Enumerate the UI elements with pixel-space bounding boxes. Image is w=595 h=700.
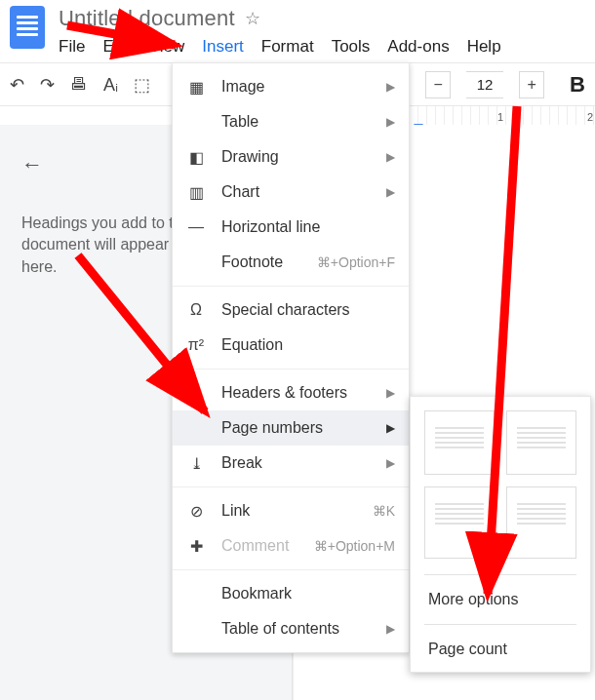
insert-image[interactable]: ▦Image▶ [173,69,409,104]
page-number-preset-header-right-skip[interactable] [506,410,576,475]
chevron-right-icon: ▶ [386,622,395,636]
print-icon[interactable]: 🖶 [70,74,88,95]
shortcut-label: ⌘+Option+M [314,538,395,554]
insert-hr[interactable]: —Horizontal line [173,210,409,245]
menu-file[interactable]: File [59,37,85,57]
image-icon: ▦ [186,78,206,97]
insert-chart[interactable]: ▥Chart▶ [173,175,409,210]
chevron-right-icon: ▶ [386,386,395,400]
page-numbers-more-options[interactable]: More options [411,577,590,622]
menu-edit[interactable]: Edit [102,37,131,57]
insert-bookmark[interactable]: Bookmark [173,576,409,611]
ruler-mark-1: 1 [497,111,503,123]
insert-drawing[interactable]: ◧Drawing▶ [173,139,409,175]
insert-special-chars[interactable]: ΩSpecial characters [173,292,409,328]
page-numbers-submenu: More options Page count [410,396,591,673]
shortcut-label: ⌘K [373,503,395,519]
omega-icon: Ω [186,301,206,319]
menu-format[interactable]: Format [261,37,314,57]
insert-menu: ▦Image▶ Table▶ ◧Drawing▶ ▥Chart▶ —Horizo… [172,62,410,653]
font-size-increase[interactable]: + [519,71,544,98]
star-icon[interactable]: ☆ [245,8,260,29]
menu-addons[interactable]: Add-ons [387,37,449,57]
chevron-right-icon: ▶ [386,80,395,94]
link-icon: ⊘ [186,502,206,521]
insert-table[interactable]: Table▶ [173,104,409,139]
menu-view[interactable]: View [149,37,185,57]
page-number-preset-header-right[interactable] [424,410,495,475]
horizontal-line-icon: — [186,218,206,236]
insert-toc[interactable]: Table of contents▶ [173,611,409,646]
spellcheck-icon[interactable]: Aᵢ [103,74,118,96]
page-number-preset-footer-right[interactable] [424,486,495,559]
insert-footnote[interactable]: Footnote⌘+Option+F [173,245,409,280]
page-number-preset-footer-right-skip[interactable] [506,486,576,559]
insert-page-count[interactable]: Page count [411,627,590,672]
menu-insert[interactable]: Insert [202,37,244,57]
chevron-right-icon: ▶ [386,456,395,470]
undo-icon[interactable]: ↶ [10,74,24,96]
insert-link[interactable]: ⊘Link⌘K [173,493,409,528]
paint-format-icon[interactable]: ⬚ [134,74,150,96]
shortcut-label: ⌘+Option+F [317,254,395,270]
chevron-right-icon: ▶ [386,421,395,435]
insert-headers-footers[interactable]: Headers & footers▶ [173,375,409,410]
comment-icon: ✚ [186,537,206,556]
chevron-right-icon: ▶ [386,115,395,129]
doc-title[interactable]: Untitled document [59,6,235,31]
insert-page-numbers[interactable]: Page numbers▶ [173,410,409,446]
menu-tools[interactable]: Tools [332,37,371,57]
outline-hint: Headings you add to the document will ap… [21,213,197,278]
drawing-icon: ◧ [186,148,206,167]
menubar: File Edit View Insert Format Tools Add-o… [59,31,585,57]
font-size-value[interactable]: 12 [466,71,503,98]
ruler-mark-2: 2 [587,111,593,123]
redo-icon[interactable]: ↷ [40,74,55,96]
insert-equation[interactable]: π²Equation [173,328,409,363]
chevron-right-icon: ▶ [386,150,395,164]
insert-break[interactable]: ⤓Break▶ [173,446,409,481]
chevron-right-icon: ▶ [386,185,395,199]
equation-icon: π² [186,336,206,354]
docs-logo[interactable] [10,6,45,49]
break-icon: ⤓ [186,454,206,473]
insert-comment: ✚Comment⌘+Option+M [173,528,409,564]
bold-button[interactable]: B [570,72,585,97]
font-size-decrease[interactable]: − [425,71,451,98]
menu-help[interactable]: Help [467,37,501,57]
chart-icon: ▥ [186,183,206,202]
